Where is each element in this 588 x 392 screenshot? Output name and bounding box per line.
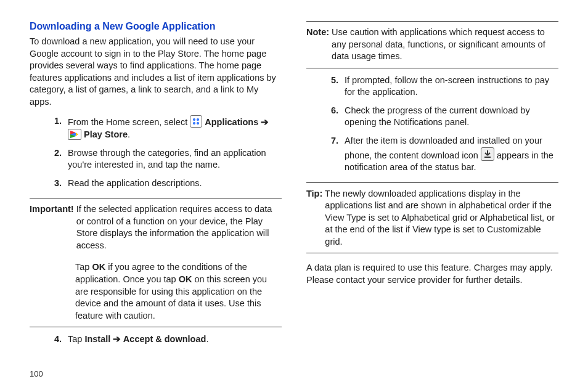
- install-label: Install: [84, 334, 110, 344]
- step-number: 2.: [46, 147, 68, 160]
- two-column-layout: Downloading a New Google Application To …: [0, 0, 588, 351]
- note-callout: Note: Use caution with applications whic…: [306, 27, 558, 63]
- intro-paragraph: To download a new application, you will …: [30, 36, 282, 108]
- tip-label: Tip:: [306, 189, 322, 198]
- applications-label: Applications: [205, 117, 258, 127]
- divider: [306, 253, 558, 253]
- step-number: 5.: [322, 75, 345, 87]
- step-number: 1.: [46, 115, 68, 128]
- right-column: Note: Use caution with applications whic…: [306, 21, 558, 351]
- step-number: 6.: [322, 105, 345, 117]
- tip-text: The newly downloaded applications displa…: [322, 189, 555, 247]
- page-number: 100: [30, 369, 43, 378]
- ok-label: OK: [92, 262, 105, 272]
- period: .: [206, 334, 208, 344]
- divider: [306, 68, 558, 68]
- play-store-label: Play Store: [84, 129, 128, 139]
- step-text: From the Home screen, select: [68, 117, 190, 127]
- text: Tap: [75, 262, 92, 272]
- step-5: 5. If prompted, follow the on-screen ins…: [306, 73, 558, 104]
- important-callout: Important! If the selected application r…: [30, 203, 282, 251]
- step-text: Check the progress of the current downlo…: [345, 105, 558, 129]
- tip-callout: Tip: The newly downloaded applications d…: [306, 188, 558, 248]
- step-text: If prompted, follow the on-screen instru…: [345, 75, 558, 99]
- step-4: 4. Tap Install ➔ Accept & download.: [30, 332, 282, 351]
- divider: [306, 21, 558, 22]
- period: .: [128, 129, 130, 139]
- step-text: Read the application descriptions.: [68, 178, 282, 190]
- applications-icon: [190, 115, 202, 128]
- step-3: 3. Read the application descriptions.: [30, 176, 282, 195]
- left-column: Downloading a New Google Application To …: [30, 21, 282, 351]
- svg-marker-3: [76, 133, 78, 136]
- arrow-icon: ➔: [110, 334, 123, 344]
- steps-list-2: 4. Tap Install ➔ Accept & download.: [30, 332, 282, 351]
- download-icon: [481, 147, 494, 161]
- step-7: 7. After the item is downloaded and inst…: [306, 134, 558, 179]
- note-label: Note:: [306, 27, 329, 37]
- step-text: Browse through the categories, find an a…: [68, 147, 282, 171]
- step-number: 3.: [46, 178, 68, 190]
- step-6: 6. Check the progress of the current dow…: [306, 104, 558, 134]
- step-text: Tap: [68, 334, 84, 344]
- divider: [306, 182, 558, 183]
- ok-label: OK: [179, 274, 192, 284]
- accept-download-label: Accept & download: [123, 334, 206, 344]
- important-paragraph-2: Tap OK if you agree to the conditions of…: [30, 261, 282, 322]
- step-number: 4.: [46, 333, 68, 346]
- step-2: 2. Browse through the categories, find a…: [30, 146, 282, 176]
- steps-list-1: 1. From the Home screen, select Applicat…: [30, 114, 282, 194]
- play-store-icon: [68, 129, 81, 140]
- steps-list-3: 5. If prompted, follow the on-screen ins…: [306, 73, 558, 179]
- divider: [30, 327, 282, 327]
- important-label: Important!: [30, 204, 74, 214]
- manual-page: Downloading a New Google Application To …: [0, 0, 588, 392]
- step-1: 1. From the Home screen, select Applicat…: [30, 114, 282, 145]
- important-text: If the selected application requires acc…: [74, 204, 272, 250]
- step-number: 7.: [322, 135, 345, 147]
- note-text: Use caution with applications which requ…: [329, 27, 545, 61]
- closing-paragraph: A data plan is required to use this feat…: [306, 262, 558, 286]
- arrow-icon: ➔: [258, 117, 269, 127]
- section-title: Downloading a New Google Application: [30, 21, 282, 32]
- divider: [30, 198, 282, 198]
